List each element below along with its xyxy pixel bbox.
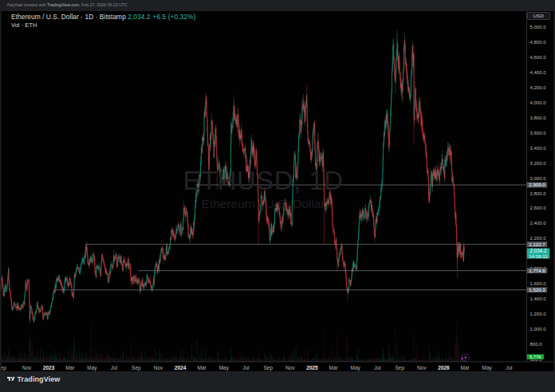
logo-block-glyph xyxy=(7,377,10,381)
price-tick-label[interactable]: 5,000.0 xyxy=(530,24,547,29)
price-tick-label[interactable]: 4,000.0 xyxy=(530,100,547,104)
time-tick-label[interactable]: 2026 xyxy=(438,364,450,370)
level-price-label: 1,774.8 xyxy=(529,267,545,272)
price-level-lines[interactable] xyxy=(56,185,527,290)
time-axis-labels[interactable]: SepNov2023MarMayJulSepNov2024MarMayJulSe… xyxy=(0,364,513,370)
price-tick-label[interactable]: 4,800.0 xyxy=(530,39,547,44)
currency-unit-button[interactable]: USD xyxy=(527,12,550,20)
time-tick-label[interactable]: Jul xyxy=(506,364,513,370)
level-price-label: 2,909.0 xyxy=(529,182,545,187)
tradingview-snapshot: Fatyhad created with TradingView.com, Fe… xyxy=(0,0,555,392)
legend-symbol-title[interactable]: Ethereum / U.S. Dollar · 1D · Bitstamp xyxy=(11,13,126,21)
legend-change: +6.5 (+0.32%) xyxy=(153,13,196,21)
price-tick-label[interactable]: 3,200.0 xyxy=(530,160,547,165)
price-tick-label[interactable]: 1,000.0 xyxy=(530,327,547,331)
price-tick-label[interactable]: 4,600.0 xyxy=(530,54,547,59)
level-price-label: 1,520.3 xyxy=(529,286,545,292)
legend-volume-row[interactable]: Vol · ETH xyxy=(11,22,195,29)
top-attribution-bar: Fatyhad created with TradingView.com, Fe… xyxy=(0,0,555,11)
time-tick-label[interactable]: May xyxy=(351,364,361,370)
price-tick-label[interactable]: 1,400.0 xyxy=(530,296,547,301)
price-tick-label[interactable]: 1,200.0 xyxy=(530,312,547,316)
snapshot-left-edge xyxy=(0,11,2,372)
volume-bars xyxy=(0,323,464,361)
tradingview-logo-icon[interactable] xyxy=(7,376,15,382)
logo-dot-glyph xyxy=(10,377,12,378)
candle-down-wicks xyxy=(1,37,464,323)
level-price-label: 2,122.7 xyxy=(529,241,545,246)
volume-down-bars xyxy=(1,323,464,361)
price-tick-label[interactable]: 2,200.0 xyxy=(530,236,547,241)
time-tick-label[interactable]: Sep xyxy=(264,364,274,370)
attribution-prefix: Fatyhad created with xyxy=(7,2,47,7)
time-tick-label[interactable]: Nov xyxy=(22,364,32,370)
time-tick-label[interactable]: Jul xyxy=(242,364,250,370)
bar-countdown-label: 14:36:11 xyxy=(529,253,548,258)
time-tick-label[interactable]: May xyxy=(219,364,230,370)
price-tick-label[interactable]: 1,600.0 xyxy=(530,281,547,286)
time-tick-label[interactable]: May xyxy=(87,364,97,370)
time-tick-label[interactable]: 2023 xyxy=(43,364,55,370)
time-tick-label[interactable]: Sep xyxy=(396,364,405,370)
price-tick-label[interactable]: 4,400.0 xyxy=(530,69,547,74)
time-tick-label[interactable]: Mar xyxy=(329,364,339,370)
price-tick-label[interactable]: 2,800.0 xyxy=(530,190,547,195)
time-tick-label[interactable]: Mar xyxy=(461,364,470,370)
tradingview-wordmark[interactable]: TradingView xyxy=(18,375,61,383)
attribution-timestamp: , Feb 27, 2026 09:23 UTC xyxy=(79,2,128,7)
legend-last-price: 2,034.2 xyxy=(128,13,150,21)
candle-up-bodies xyxy=(0,40,464,321)
time-tick-label[interactable]: Jul xyxy=(374,364,381,370)
time-tick-label[interactable]: 2025 xyxy=(306,364,318,370)
price-tick-label[interactable]: 2,400.0 xyxy=(530,221,547,225)
time-tick-label[interactable]: May xyxy=(482,364,493,370)
time-tick-label[interactable]: Mar xyxy=(198,364,207,370)
price-tick-label[interactable]: 4,200.0 xyxy=(530,84,547,89)
price-tick-label[interactable]: 2,600.0 xyxy=(530,206,547,210)
price-tick-label[interactable]: 3,800.0 xyxy=(530,115,547,120)
time-tick-label[interactable]: 2024 xyxy=(175,364,187,370)
chart-region: ETHUSD, 1D Ethereum / U.S. Dollar Ethere… xyxy=(0,11,555,363)
tradingview-site-link[interactable]: TradingView.com xyxy=(47,2,79,7)
tradingview-logo-glyphs xyxy=(7,377,15,381)
price-tick-label[interactable]: 3,400.0 xyxy=(530,145,547,150)
axis-frame xyxy=(0,11,555,362)
volume-value-label: 5.77K xyxy=(529,354,541,359)
price-axis-labels[interactable]: 5,000.04,800.04,600.04,400.04,200.04,000… xyxy=(527,24,549,361)
price-tick-label[interactable]: 3,600.0 xyxy=(530,130,547,135)
time-tick-label[interactable]: Sep xyxy=(132,364,141,370)
time-tick-label[interactable]: Nov xyxy=(285,364,295,370)
candlestick-chart-canvas[interactable]: 5,000.04,800.04,600.04,400.04,200.04,000… xyxy=(0,11,555,382)
time-tick-label[interactable]: Nov xyxy=(154,364,163,370)
time-tick-label[interactable]: Mar xyxy=(65,364,75,370)
time-tick-label[interactable]: Jul xyxy=(111,364,118,370)
chart-legend[interactable]: Ethereum / U.S. Dollar · 1D · Bitstamp 2… xyxy=(11,13,195,29)
candles xyxy=(0,29,464,323)
price-tick-label[interactable]: 800.0 xyxy=(530,342,543,347)
price-tick-label[interactable]: 3,000.0 xyxy=(530,175,547,180)
volume-up-bars xyxy=(0,337,464,361)
time-tick-label[interactable]: Nov xyxy=(417,364,427,370)
legend-symbol-row: Ethereum / U.S. Dollar · 1D · Bitstamp 2… xyxy=(11,13,195,21)
footer-bar: TradingView xyxy=(0,371,555,392)
